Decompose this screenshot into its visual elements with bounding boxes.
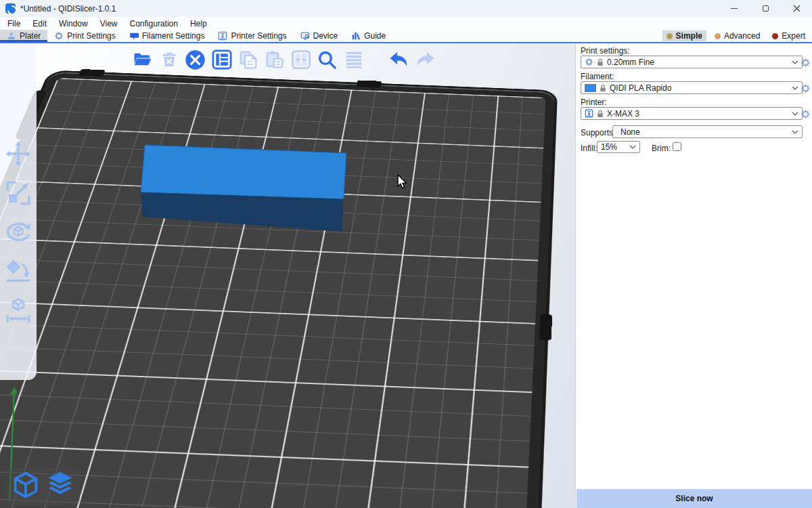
titlebar: *Untitled - QIDISlicer-1.0.1 [0, 0, 812, 17]
menu-file[interactable]: File [1, 19, 26, 28]
scale-icon[interactable] [3, 177, 34, 209]
settings-sidebar: Print settings: 0.20mm Fine Filament: QI… [577, 43, 812, 508]
model-box-top-face[interactable] [141, 145, 346, 199]
object-manipulation-toolbar [0, 43, 37, 380]
mode-label: Expert [782, 31, 805, 41]
filament-settings-icon [129, 31, 139, 41]
tab-printer-settings[interactable]: Printer Settings [211, 30, 293, 42]
print-settings-dropdown[interactable]: 0.20mm Fine [581, 56, 803, 68]
filament-gear-button[interactable] [800, 83, 811, 93]
print-settings-gear-button[interactable] [800, 57, 811, 68]
tab-device[interactable]: Device [294, 30, 345, 42]
paste-icon[interactable] [264, 49, 285, 70]
mode-label: Simple [676, 31, 702, 41]
tab-plater[interactable]: Plater [0, 30, 47, 42]
tab-label: Device [313, 31, 338, 41]
advanced-mode-dot-icon [715, 33, 721, 39]
delete-all-icon[interactable] [185, 49, 206, 70]
lock-icon [600, 84, 606, 92]
variable-layer-height-icon[interactable] [343, 49, 364, 70]
mode-label: Advanced [724, 31, 760, 41]
menubar: File Edit Window View Configuration Help [0, 17, 812, 30]
printer-gear-button[interactable] [800, 108, 811, 119]
copy-icon[interactable] [238, 49, 258, 70]
mode-simple[interactable]: Simple [662, 30, 706, 41]
y-axis-arrow [10, 387, 18, 395]
printer-icon [585, 109, 593, 118]
brim-checkbox[interactable] [673, 142, 681, 151]
filament-label: Filament: [581, 72, 614, 81]
arrange-icon[interactable] [211, 49, 232, 70]
chevron-down-icon [629, 145, 636, 149]
printer-dropdown[interactable]: X-MAX 3 [581, 107, 803, 120]
printer-value: X-MAX 3 [607, 109, 788, 119]
mouse-cursor [395, 173, 407, 191]
filament-dropdown[interactable]: QIDI PLA Rapido [581, 81, 803, 94]
printer-settings-icon [218, 31, 227, 41]
3d-editor-view-icon[interactable] [10, 469, 41, 503]
tab-label: Filament Settings [142, 31, 205, 41]
qidislicer-window: *Untitled - QIDISlicer-1.0.1 File Edit W… [0, 0, 812, 508]
filament-value: QIDI PLA Rapido [610, 83, 788, 93]
search-icon[interactable] [317, 49, 338, 70]
print-settings-icon [54, 31, 64, 41]
menu-help[interactable]: Help [184, 19, 213, 28]
scene-overlay [0, 43, 576, 508]
undo-icon[interactable] [388, 49, 409, 70]
window-title: *Untitled - QIDISlicer-1.0.1 [20, 4, 116, 14]
gear-icon [585, 58, 593, 66]
model-box-front-face[interactable] [141, 192, 344, 232]
chevron-down-icon [792, 112, 798, 116]
mode-selector: Simple Advanced Expert [662, 30, 809, 42]
infill-value: 15% [601, 142, 626, 152]
redo-icon[interactable] [415, 49, 436, 70]
print-settings-label: Print settings: [581, 46, 630, 56]
menu-edit[interactable]: Edit [26, 19, 53, 28]
close-icon [793, 5, 800, 12]
delete-icon[interactable] [158, 49, 179, 70]
mode-advanced[interactable]: Advanced [710, 30, 764, 41]
guide-icon [351, 31, 361, 41]
place-on-face-icon[interactable] [3, 256, 34, 287]
tab-filament-settings[interactable]: Filament Settings [122, 30, 212, 42]
menu-configuration[interactable]: Configuration [124, 19, 184, 28]
open-icon[interactable] [132, 49, 153, 70]
slice-now-button[interactable]: Slice now [577, 489, 812, 508]
lock-icon [597, 58, 604, 66]
measure-icon[interactable] [3, 295, 34, 326]
print-settings-value: 0.20mm Fine [607, 58, 788, 67]
rotate-icon[interactable] [3, 217, 34, 248]
tab-label: Print Settings [67, 31, 115, 41]
tab-guide[interactable]: Guide [344, 30, 392, 42]
tab-label: Plater [20, 31, 41, 41]
minimize-button[interactable] [719, 0, 750, 17]
mode-expert[interactable]: Expert [768, 30, 809, 41]
3d-viewport[interactable] [0, 43, 576, 508]
filament-color-swatch [585, 84, 596, 92]
view-mode-panel [5, 467, 80, 505]
tab-print-settings[interactable]: Print Settings [47, 30, 122, 42]
expert-mode-dot-icon [772, 33, 778, 39]
preview-layers-icon[interactable] [45, 469, 76, 503]
minimize-icon [731, 8, 738, 9]
menu-window[interactable]: Window [53, 19, 94, 28]
menu-view[interactable]: View [94, 19, 124, 28]
printer-label: Printer: [581, 98, 607, 107]
tab-label: Guide [364, 31, 386, 41]
device-icon [300, 31, 310, 41]
infill-label: Infill: [581, 144, 597, 153]
tabbar: Plater Print Settings Filament Settings … [0, 30, 812, 43]
chevron-down-icon [792, 86, 798, 90]
move-icon[interactable] [3, 138, 34, 169]
supports-dropdown[interactable]: None [612, 125, 803, 138]
supports-label: Supports: [581, 128, 615, 137]
plater-icon [7, 31, 16, 41]
infill-dropdown[interactable]: 15% [597, 141, 640, 153]
close-button[interactable] [781, 0, 812, 17]
supports-value: None [616, 127, 788, 137]
chevron-down-icon [792, 130, 798, 134]
plater-toolbar [132, 47, 436, 72]
app-logo-icon [5, 3, 16, 14]
split-objects-icon[interactable] [290, 49, 311, 70]
maximize-button[interactable] [750, 0, 781, 17]
